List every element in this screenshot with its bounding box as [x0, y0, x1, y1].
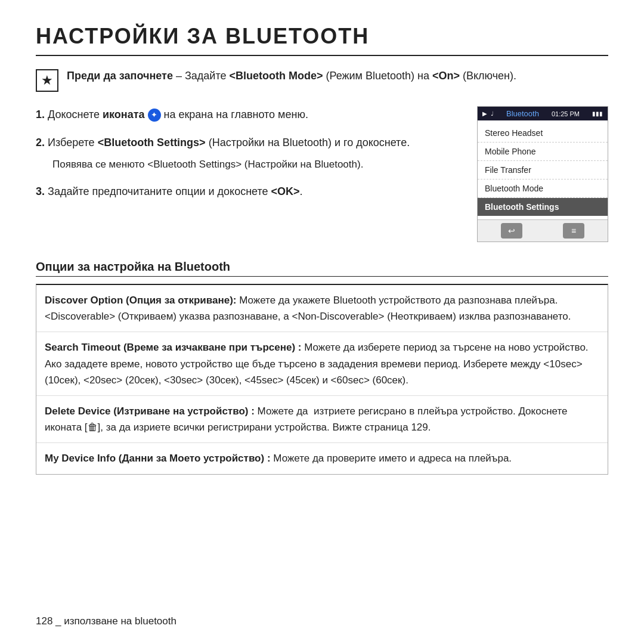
screen-header: ▶ ♩ Bluetooth 01:25 PM ▮▮▮ — [478, 107, 608, 120]
option-my-device-info: My Device Info (Данни за Моето устройств… — [36, 443, 608, 473]
menu-item-file-transfer[interactable]: File Transfer — [478, 161, 608, 179]
page-content: НАСТРОЙКИ ЗА BLUETOOTH ★ Преди да започн… — [0, 0, 644, 493]
notice-text: Преди да започнете – Задайте <Bluetooth … — [67, 68, 516, 84]
options-section: Опции за настройка на Bluetooth Discover… — [36, 260, 608, 475]
steps-section: 1. Докоснете иконата ✦ на екрана на глав… — [36, 106, 459, 242]
notice-box: ★ Преди да започнете – Задайте <Bluetoot… — [36, 68, 608, 92]
menu-item-stereo-headset[interactable]: Stereo Headset — [478, 124, 608, 143]
option-delete-device: Delete Device (Изтриване на устройство) … — [36, 396, 608, 443]
bluetooth-icon: ✦ — [148, 109, 161, 122]
step-2-indent: Появява се менюто <Bluetooth Settings> (… — [52, 156, 459, 172]
step-1: 1. Докоснете иконата ✦ на екрана на глав… — [36, 106, 459, 123]
options-title: Опции за настройка на Bluetooth — [36, 260, 608, 277]
notice-prefix: Преди да започнете – Задайте <Bluetooth … — [67, 70, 516, 82]
options-table: Discover Option (Опция за откриване): Мо… — [36, 284, 608, 475]
page-number: 128 — [36, 615, 52, 627]
option-discover: Discover Option (Опция за откриване): Мо… — [36, 285, 608, 332]
device-screen: ▶ ♩ Bluetooth 01:25 PM ▮▮▮ Stereo Headse… — [477, 106, 608, 242]
page-title: НАСТРОЙКИ ЗА BLUETOOTH — [36, 24, 608, 56]
back-button[interactable]: ↩ — [501, 223, 522, 239]
step-3: 3. Задайте предпочитаните опции и докосн… — [36, 183, 459, 200]
track-icon: ♩ — [491, 110, 494, 117]
page-footer: 128 _ използване на bluetooth — [36, 615, 177, 627]
menu-item-bluetooth-settings[interactable]: Bluetooth Settings — [478, 198, 608, 216]
screen-time: 01:25 PM — [552, 110, 580, 117]
step-2: 2. Изберете <Bluetooth Settings> (Настро… — [36, 134, 459, 172]
menu-button[interactable]: ≡ — [563, 223, 584, 239]
battery-icon: ▮▮▮ — [592, 110, 603, 117]
footer-text: _ използване на bluetooth — [55, 615, 177, 627]
play-arrow-icon: ▶ — [482, 110, 487, 117]
menu-item-bluetooth-mode[interactable]: Bluetooth Mode — [478, 179, 608, 198]
content-area: 1. Докоснете иконата ✦ на екрана на глав… — [36, 106, 608, 242]
screen-header-title: Bluetooth — [506, 109, 539, 118]
star-icon: ★ — [36, 69, 58, 92]
screen-footer: ↩ ≡ — [478, 219, 608, 242]
screen-menu: Stereo Headset Mobile Phone File Transfe… — [478, 120, 608, 219]
option-search-timeout: Search Timeout (Време за изчакване при т… — [36, 332, 608, 396]
menu-item-mobile-phone[interactable]: Mobile Phone — [478, 143, 608, 161]
